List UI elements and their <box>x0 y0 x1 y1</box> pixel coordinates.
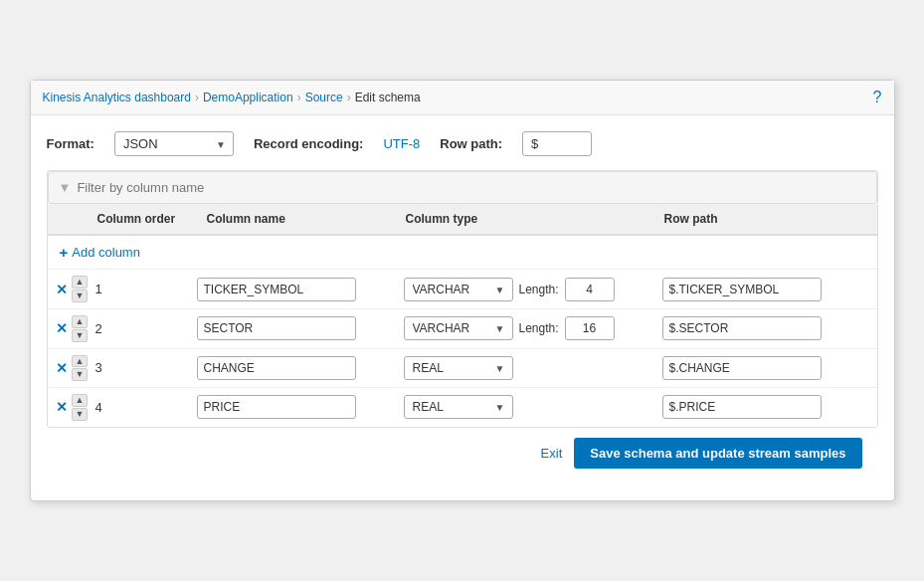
row-3-name-wrap <box>197 356 396 380</box>
format-select-wrap: JSON CSV AVRO ▼ <box>114 131 234 156</box>
row-1-name-input[interactable] <box>197 278 356 301</box>
table-row: ✕ ▲ ▼ 4 VARCHAR INTEGER REAL <box>48 388 877 427</box>
breadcrumb-sep-2: › <box>297 91 301 104</box>
row-2-length-label: Length: <box>519 321 559 335</box>
th-name: Column name <box>197 204 396 234</box>
th-type: Column type <box>396 204 654 234</box>
filter-input[interactable] <box>77 180 355 195</box>
up-row-1-button[interactable]: ▲ <box>72 276 89 289</box>
row-4-path-input[interactable] <box>662 395 822 419</box>
row-2-path-col <box>654 316 853 340</box>
th-rowpath: Row path <box>654 204 853 234</box>
row-2-type-select[interactable]: VARCHAR INTEGER REAL BOOLEAN TIMESTAMP <box>404 316 513 340</box>
row-4-type-select[interactable]: VARCHAR INTEGER REAL BOOLEAN TIMESTAMP <box>404 395 513 419</box>
down-row-1-button[interactable]: ▼ <box>72 290 89 302</box>
row-3-controls: ✕ ▲ ▼ <box>48 355 88 382</box>
format-row: Format: JSON CSV AVRO ▼ Record encoding:… <box>47 131 878 156</box>
breadcrumb-sep-3: › <box>347 91 351 104</box>
breadcrumb-source[interactable]: Source <box>305 91 343 104</box>
row-2-type-wrap: VARCHAR INTEGER REAL BOOLEAN TIMESTAMP ▼… <box>396 316 654 340</box>
row-4-order: 4 <box>88 400 197 415</box>
up-row-2-button[interactable]: ▲ <box>72 315 89 328</box>
row-3-type-select[interactable]: VARCHAR INTEGER REAL BOOLEAN TIMESTAMP <box>404 356 513 380</box>
row-1-order: 1 <box>88 282 197 296</box>
down-row-3-button[interactable]: ▼ <box>72 368 89 381</box>
row-4-type-select-wrap: VARCHAR INTEGER REAL BOOLEAN TIMESTAMP ▼ <box>404 395 513 419</box>
th-order: Column order <box>88 204 197 234</box>
row-2-length-input[interactable] <box>565 316 615 340</box>
record-encoding-value: UTF-8 <box>383 136 420 151</box>
table-row: ✕ ▲ ▼ 1 VARCHAR INTEGER REAL <box>48 270 877 309</box>
row-2-controls: ✕ ▲ ▼ <box>48 315 88 342</box>
delete-row-1-button[interactable]: ✕ <box>56 282 68 297</box>
main-window: Kinesis Analytics dashboard › DemoApplic… <box>30 80 895 500</box>
row-2-name-input[interactable] <box>197 316 356 340</box>
add-column-label[interactable]: Add column <box>72 245 140 260</box>
filter-icon: ▼ <box>59 180 72 195</box>
row-1-type-select[interactable]: VARCHAR INTEGER REAL BOOLEAN TIMESTAMP <box>404 278 513 301</box>
row-3-path-input[interactable] <box>662 356 822 380</box>
row-2-path-input[interactable] <box>662 316 822 340</box>
filter-bar: ▼ <box>48 171 877 204</box>
up-down-2: ▲ ▼ <box>72 315 89 342</box>
row-4-type-wrap: VARCHAR INTEGER REAL BOOLEAN TIMESTAMP ▼ <box>396 395 654 419</box>
row-1-controls: ✕ ▲ ▼ <box>48 276 88 302</box>
breadcrumb-sep-1: › <box>195 91 199 104</box>
table-row: ✕ ▲ ▼ 3 VARCHAR INTEGER REAL <box>48 349 877 389</box>
row-path-input[interactable] <box>522 131 592 156</box>
row-1-type-select-wrap: VARCHAR INTEGER REAL BOOLEAN TIMESTAMP ▼ <box>404 278 513 301</box>
row-3-type-select-wrap: VARCHAR INTEGER REAL BOOLEAN TIMESTAMP ▼ <box>404 356 513 380</box>
row-3-name-input[interactable] <box>197 356 356 380</box>
breadcrumb-demo-app[interactable]: DemoApplication <box>203 91 293 104</box>
row-4-name-input[interactable] <box>197 395 356 419</box>
row-4-controls: ✕ ▲ ▼ <box>48 394 88 421</box>
down-row-4-button[interactable]: ▼ <box>72 408 89 421</box>
delete-row-2-button[interactable]: ✕ <box>56 320 68 336</box>
main-content: Format: JSON CSV AVRO ▼ Record encoding:… <box>31 115 894 499</box>
row-2-type-select-wrap: VARCHAR INTEGER REAL BOOLEAN TIMESTAMP ▼ <box>404 316 513 340</box>
row-3-type-wrap: VARCHAR INTEGER REAL BOOLEAN TIMESTAMP ▼ <box>396 356 654 380</box>
delete-row-4-button[interactable]: ✕ <box>56 399 68 415</box>
breadcrumb-current: Edit schema <box>355 91 421 104</box>
record-encoding-label: Record encoding: <box>254 136 364 151</box>
filter-section: ▼ Column order Column name Column type R… <box>47 170 878 427</box>
table-row: ✕ ▲ ▼ 2 VARCHAR INTEGER REAL <box>48 309 877 349</box>
up-down-3: ▲ ▼ <box>72 355 89 382</box>
exit-button[interactable]: Exit <box>541 446 563 461</box>
add-icon: + <box>60 244 69 261</box>
format-label: Format: <box>47 136 94 151</box>
row-4-name-wrap <box>197 395 396 419</box>
breadcrumb-kinesis[interactable]: Kinesis Analytics dashboard <box>43 91 191 104</box>
table-header: Column order Column name Column type Row… <box>48 204 877 236</box>
up-row-4-button[interactable]: ▲ <box>72 394 89 407</box>
breadcrumb-bar: Kinesis Analytics dashboard › DemoApplic… <box>31 81 894 115</box>
row-1-name-wrap <box>197 278 396 301</box>
row-4-path-col <box>654 395 853 419</box>
row-2-name-wrap <box>197 316 396 340</box>
row-1-length-label: Length: <box>519 283 559 296</box>
save-button[interactable]: Save schema and update stream samples <box>574 438 861 469</box>
row-1-type-wrap: VARCHAR INTEGER REAL BOOLEAN TIMESTAMP ▼… <box>396 278 654 301</box>
row-2-order: 2 <box>88 321 197 336</box>
format-select[interactable]: JSON CSV AVRO <box>114 131 234 156</box>
down-row-2-button[interactable]: ▼ <box>72 329 89 342</box>
row-path-label: Row path: <box>440 136 502 151</box>
add-column-row[interactable]: + Add column <box>48 236 877 270</box>
help-icon[interactable]: ? <box>873 89 882 106</box>
up-down-4: ▲ ▼ <box>72 394 89 421</box>
up-row-3-button[interactable]: ▲ <box>72 355 89 368</box>
delete-row-3-button[interactable]: ✕ <box>56 360 68 376</box>
row-1-length-input[interactable] <box>565 278 615 301</box>
row-3-order: 3 <box>88 360 197 375</box>
up-down-1: ▲ ▼ <box>72 276 89 302</box>
row-3-path-col <box>654 356 853 380</box>
row-1-path-col <box>654 278 853 301</box>
th-controls <box>48 204 88 234</box>
footer: Exit Save schema and update stream sampl… <box>47 428 878 484</box>
row-1-path-input[interactable] <box>662 278 822 301</box>
